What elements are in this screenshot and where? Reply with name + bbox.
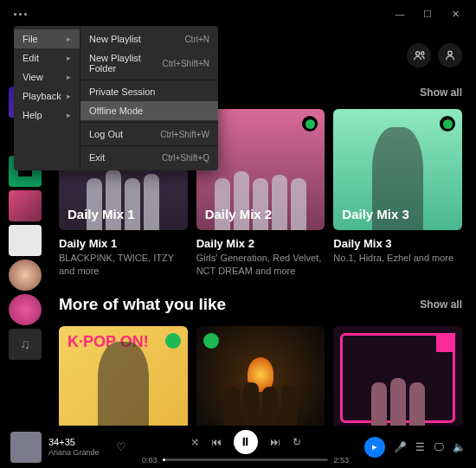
menu-item-new-playlist-folder[interactable]: New Playlist FolderCtrl+Shift+N xyxy=(80,48,218,78)
spotify-icon xyxy=(203,333,219,349)
maximize-button[interactable]: ☐ xyxy=(414,2,441,26)
menu-item-private-session[interactable]: Private Session xyxy=(80,82,218,101)
sidebar-music-icon[interactable]: ♫ xyxy=(9,329,42,360)
svg-point-0 xyxy=(415,51,419,54)
menu-item-help[interactable]: Help▸ xyxy=(14,106,80,125)
shuffle-button[interactable]: ⤨ xyxy=(190,436,199,448)
playlist-card[interactable] xyxy=(333,326,462,426)
card-title: Daily Mix 2 xyxy=(196,237,325,250)
previous-button[interactable]: ⏮ xyxy=(211,436,222,448)
sidebar-playlist-thumb[interactable] xyxy=(9,190,42,221)
card-overlay-label: Daily Mix 1 xyxy=(68,207,135,221)
card-subtitle: BLACKPINK, TWICE, ITZY and more xyxy=(59,252,188,278)
card-subtitle: Girls' Generation, Red Velvet, NCT DREAM… xyxy=(196,252,325,278)
spotify-icon xyxy=(165,333,181,349)
daily-mix-card[interactable]: Daily Mix 3 Daily Mix 3 No.1, Hidra, Ezh… xyxy=(333,109,462,278)
sidebar-playlist-thumb[interactable] xyxy=(9,260,42,291)
now-playing-title[interactable]: 34+35 xyxy=(48,437,107,447)
repeat-button[interactable]: ↻ xyxy=(293,436,301,448)
now-playing-art[interactable] xyxy=(10,432,42,463)
section-title: More of what you like xyxy=(59,295,226,314)
menu-item-exit[interactable]: ExitCtrl+Shift+Q xyxy=(80,148,218,167)
card-subtitle: No.1, Hidra, Ezhel and more xyxy=(333,252,462,265)
playlist-card[interactable] xyxy=(196,326,325,426)
menu-item-edit[interactable]: Edit▸ xyxy=(14,48,80,67)
total-time: 2:53 xyxy=(333,456,349,465)
card-overlay-label: Daily Mix 2 xyxy=(205,207,273,221)
friends-button[interactable] xyxy=(407,43,431,67)
playlist-card[interactable]: K·POP ON! xyxy=(59,326,188,426)
more-row: K·POP ON! xyxy=(59,326,462,426)
menu-top-level: File▸Edit▸View▸Playback▸Help▸ xyxy=(14,26,80,170)
now-playing-view-button[interactable]: ▸ xyxy=(364,437,385,458)
svg-point-1 xyxy=(421,52,423,54)
titlebar: — ☐ ✕ xyxy=(0,0,476,28)
player-bar: 34+35 Ariana Grande ♡ ⤨ ⏮ ⏸ ⏭ ↻ 0:03 2:5… xyxy=(0,426,476,468)
now-playing-artist[interactable]: Ariana Grande xyxy=(48,448,107,457)
elapsed-time: 0:03 xyxy=(142,456,158,465)
sidebar-playlist-thumb[interactable] xyxy=(9,294,42,325)
menu-item-file[interactable]: File▸ xyxy=(14,29,80,48)
volume-button[interactable]: 🔈 xyxy=(453,441,466,453)
minimize-button[interactable]: — xyxy=(386,2,414,26)
next-button[interactable]: ⏭ xyxy=(270,436,280,448)
menu-item-view[interactable]: View▸ xyxy=(14,67,80,87)
play-pause-button[interactable]: ⏸ xyxy=(234,430,258,454)
window-controls: — ☐ ✕ xyxy=(386,2,469,26)
menu-submenu: New PlaylistCtrl+NNew Playlist FolderCtr… xyxy=(80,26,218,170)
show-all-link[interactable]: Show all xyxy=(420,87,462,99)
like-button[interactable]: ♡ xyxy=(116,440,126,453)
svg-point-3 xyxy=(306,119,315,129)
spotify-icon xyxy=(302,116,318,131)
close-button[interactable]: ✕ xyxy=(441,2,469,26)
now-playing-info: 34+35 Ariana Grande xyxy=(48,437,107,457)
card-overlay-label: Daily Mix 3 xyxy=(342,207,409,221)
spotify-icon xyxy=(440,116,455,131)
profile-button[interactable] xyxy=(438,43,462,67)
card-title: Daily Mix 1 xyxy=(59,237,188,250)
card-title: Daily Mix 3 xyxy=(333,237,462,250)
queue-button[interactable]: ☰ xyxy=(415,441,425,453)
menu-item-new-playlist[interactable]: New PlaylistCtrl+N xyxy=(80,29,218,48)
lyrics-button[interactable]: 🎤 xyxy=(394,441,407,453)
menu-item-offline-mode[interactable]: Offline Mode xyxy=(80,101,218,120)
progress-bar[interactable] xyxy=(163,458,329,461)
show-all-link[interactable]: Show all xyxy=(420,298,462,311)
menu-item-playback[interactable]: Playback▸ xyxy=(14,87,80,106)
menu-item-log-out[interactable]: Log OutCtrl+Shift+W xyxy=(80,125,218,144)
svg-point-4 xyxy=(443,119,453,129)
app-menu: File▸Edit▸View▸Playback▸Help▸ New Playli… xyxy=(14,26,218,170)
sidebar-playlist-thumb[interactable] xyxy=(9,225,42,256)
app-menu-dots[interactable] xyxy=(7,13,27,16)
devices-button[interactable]: 🖵 xyxy=(434,441,444,453)
svg-point-2 xyxy=(448,51,452,54)
